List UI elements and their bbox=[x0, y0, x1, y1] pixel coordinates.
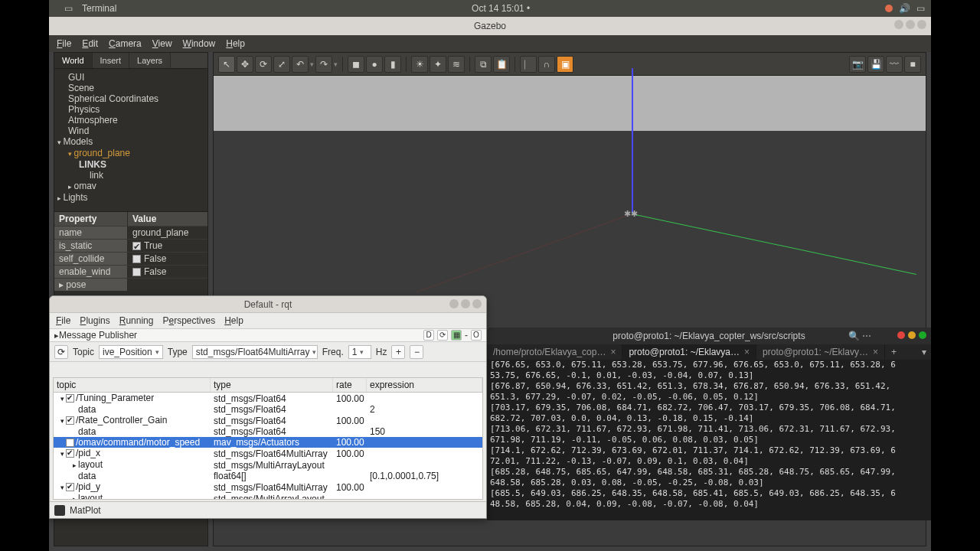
topic-combo[interactable]: ive_Position▾ bbox=[99, 345, 163, 359]
tray-volume-icon[interactable]: 🔊 bbox=[899, 3, 910, 14]
terminal-tab[interactable]: /home/proto/Eklavya_cop…× bbox=[487, 344, 622, 360]
prop-key[interactable]: pose bbox=[66, 279, 86, 290]
checkbox[interactable] bbox=[66, 416, 74, 425]
tray-record-icon[interactable] bbox=[885, 5, 893, 12]
undo-button[interactable]: ↶ bbox=[292, 56, 309, 73]
clear-button[interactable]: O bbox=[471, 330, 482, 341]
tree-item[interactable]: Physics bbox=[57, 104, 204, 115]
table-row[interactable]: ▾/Tuning_Parameterstd_msgs/Float64100.00 bbox=[54, 393, 482, 404]
settings-button[interactable]: ▦ bbox=[451, 330, 462, 341]
light-point[interactable]: ☀ bbox=[411, 56, 428, 73]
close-button[interactable] bbox=[472, 299, 482, 308]
menu-file[interactable]: File bbox=[56, 315, 70, 326]
drone-model[interactable]: ✱✱ bbox=[624, 209, 641, 218]
table-row[interactable]: ▾/Rate_Controller_Gainstd_msgs/Float6410… bbox=[54, 415, 482, 426]
view-angle-button[interactable]: ▣ bbox=[557, 56, 573, 73]
align-button[interactable]: ⎸ bbox=[520, 56, 537, 73]
menu-window[interactable]: Window bbox=[183, 38, 216, 49]
tab-menu[interactable]: ▾ bbox=[917, 347, 931, 357]
tab-world[interactable]: World bbox=[54, 53, 93, 68]
menu-file[interactable]: File bbox=[57, 38, 71, 49]
tree-ground-plane[interactable]: ground_plane bbox=[57, 148, 204, 159]
tab-layers[interactable]: Layers bbox=[129, 53, 171, 68]
world-tree[interactable]: GUI Scene Spherical Coordinates Physics … bbox=[54, 69, 207, 211]
tree-links[interactable]: LINKS bbox=[57, 159, 204, 170]
close-button[interactable] bbox=[917, 20, 926, 29]
terminal-titlebar[interactable]: proto@proto1: ~/Eklavya_copter_ws/src/sc… bbox=[487, 328, 931, 344]
menu-help[interactable]: Help bbox=[226, 38, 245, 49]
tree-omav[interactable]: omav bbox=[57, 181, 204, 192]
remove-button[interactable]: − bbox=[410, 345, 423, 359]
tree-lights[interactable]: Lights bbox=[57, 192, 204, 204]
screenshot-button[interactable]: 📷 bbox=[849, 56, 866, 73]
checkbox[interactable] bbox=[132, 268, 141, 276]
menu-running[interactable]: Running bbox=[119, 315, 154, 326]
tree-item[interactable]: GUI bbox=[57, 72, 204, 83]
col-header[interactable]: expression bbox=[367, 378, 482, 392]
paste-button[interactable]: 📋 bbox=[493, 56, 510, 73]
box-tool[interactable]: ◼ bbox=[348, 56, 364, 73]
tree-item[interactable]: Spherical Coordinates bbox=[57, 93, 204, 104]
tray-battery-icon[interactable]: ▭ bbox=[916, 3, 925, 14]
menu-view[interactable]: View bbox=[152, 38, 172, 49]
light-spot[interactable]: ✦ bbox=[430, 56, 446, 73]
menu-help[interactable]: Help bbox=[224, 315, 243, 326]
cylinder-tool[interactable]: ▮ bbox=[384, 56, 401, 73]
minimize-button[interactable] bbox=[908, 331, 916, 339]
table-row[interactable]: ▾/pid_ystd_msgs/Float64MultiArray100.00 bbox=[54, 481, 482, 493]
copy-button[interactable]: ⧉ bbox=[475, 56, 492, 73]
table-row[interactable]: ▸layoutstd_msgs/MultiArrayLayout bbox=[54, 493, 482, 500]
maximize-button[interactable] bbox=[919, 331, 926, 339]
table-row[interactable]: datastd_msgs/Float64150 bbox=[54, 426, 482, 437]
checkbox[interactable] bbox=[66, 449, 74, 458]
save-button[interactable]: 💾 bbox=[867, 56, 884, 73]
menu-plugins[interactable]: Plugins bbox=[80, 315, 109, 326]
snap-button[interactable]: ∩ bbox=[538, 56, 555, 73]
table-row[interactable]: ▸layoutstd_msgs/MultiArrayLayout bbox=[54, 459, 482, 471]
translate-tool[interactable]: ✥ bbox=[237, 56, 253, 73]
checkbox[interactable] bbox=[66, 483, 74, 491]
new-tab-button[interactable]: + bbox=[885, 347, 903, 357]
matplot-icon[interactable] bbox=[54, 505, 65, 516]
menu-edit[interactable]: Edit bbox=[82, 38, 98, 49]
tab-insert[interactable]: Insert bbox=[93, 53, 130, 68]
minimize-button[interactable] bbox=[449, 299, 459, 308]
type-combo[interactable]: std_msgs/Float64MultiArray▾ bbox=[192, 345, 318, 359]
close-button[interactable] bbox=[897, 331, 905, 339]
checkbox[interactable] bbox=[66, 394, 74, 403]
redo-button[interactable]: ↷ bbox=[315, 56, 332, 73]
checkbox[interactable] bbox=[66, 439, 74, 447]
close-tab-icon[interactable]: × bbox=[610, 347, 616, 357]
menu-perspectives[interactable]: Perspectives bbox=[162, 315, 215, 326]
terminal-output[interactable]: [676.65, 653.0, 675.11, 653.28, 653.75, … bbox=[490, 360, 928, 519]
terminal-tab[interactable]: proto@proto1: ~/Eklavy…× bbox=[756, 344, 885, 360]
checkbox[interactable] bbox=[132, 242, 141, 250]
tree-item[interactable]: Scene bbox=[57, 83, 204, 93]
rotate-tool[interactable]: ⟳ bbox=[255, 56, 272, 73]
scale-tool[interactable]: ⤢ bbox=[273, 56, 290, 73]
col-header[interactable]: type bbox=[211, 378, 333, 392]
menu-camera[interactable]: Camera bbox=[109, 38, 142, 49]
rqt-titlebar[interactable]: Default - rqt bbox=[50, 296, 486, 313]
col-header[interactable]: topic bbox=[54, 378, 211, 392]
search-icon[interactable]: 🔍 ⋯ bbox=[848, 331, 871, 341]
sphere-tool[interactable]: ● bbox=[366, 56, 383, 73]
close-tab-icon[interactable]: × bbox=[744, 347, 750, 357]
col-header[interactable]: rate bbox=[333, 378, 367, 392]
refresh-button[interactable]: ⟳ bbox=[54, 345, 68, 359]
add-button[interactable]: + bbox=[391, 345, 405, 359]
maximize-button[interactable] bbox=[461, 299, 470, 308]
tree-link[interactable]: link bbox=[57, 170, 204, 181]
plot-button[interactable]: 〰 bbox=[886, 56, 903, 73]
checkbox[interactable] bbox=[132, 255, 141, 263]
record-button[interactable]: ■ bbox=[904, 56, 921, 73]
prop-val[interactable] bbox=[128, 279, 207, 291]
maximize-button[interactable] bbox=[906, 20, 915, 29]
light-dir[interactable]: ≋ bbox=[448, 56, 465, 73]
dock-button[interactable]: D bbox=[423, 330, 434, 341]
table-row[interactable]: datafloat64[][0.1,0.0001,0.75] bbox=[54, 471, 482, 481]
tree-item[interactable]: Atmosphere bbox=[57, 115, 204, 126]
publisher-table[interactable]: topic type rate expression ▾/Tuning_Para… bbox=[53, 377, 483, 500]
close-tab-icon[interactable]: × bbox=[873, 347, 878, 357]
minimize-button[interactable] bbox=[894, 20, 903, 29]
